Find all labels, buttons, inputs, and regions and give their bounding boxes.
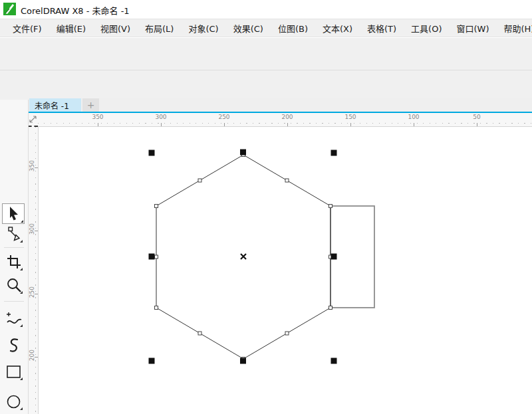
- flyout-indicator: [21, 220, 23, 223]
- menu-item[interactable]: 表格(T): [360, 19, 404, 37]
- menu-item[interactable]: 视图(V): [93, 19, 138, 37]
- ruler-label: 100: [405, 114, 422, 120]
- ruler-label: 200: [29, 350, 35, 361]
- ruler-horizontal[interactable]: 35030025020015010050: [38, 113, 532, 127]
- flyout-indicator: [20, 407, 23, 410]
- canvas-svg: [39, 127, 532, 414]
- toolbox-separator: [4, 247, 24, 248]
- page-edge-marker: [28, 126, 38, 127]
- menu-item[interactable]: 文本(X): [315, 19, 360, 37]
- zoom-tool[interactable]: [5, 277, 23, 294]
- ruler-major-tick: [350, 123, 351, 126]
- ruler-major-tick: [224, 123, 225, 126]
- ruler-major-tick: [98, 123, 98, 126]
- document-tab[interactable]: 未命名 -1: [29, 98, 81, 112]
- coreldraw-logo-icon: [3, 3, 16, 15]
- menu-bar: 文件(F)编辑(E)视图(V)布局(L)对象(C)效果(C)位图(B)文本(X)…: [0, 19, 532, 37]
- toolbox-separator: [4, 301, 24, 302]
- flyout-indicator: [20, 377, 23, 380]
- menu-item[interactable]: 文件(F): [5, 19, 49, 37]
- pick-tool-selected[interactable]: [2, 203, 25, 224]
- ellipse-tool[interactable]: [5, 393, 23, 411]
- ruler-label: 350: [89, 114, 106, 120]
- ruler-label: 150: [342, 114, 359, 120]
- flyout-indicator: [20, 324, 23, 327]
- ruler-label: 350: [29, 160, 35, 171]
- ruler-origin-button[interactable]: [28, 113, 38, 126]
- ruler-major-tick: [35, 231, 38, 231]
- drawing-canvas[interactable]: [39, 127, 532, 414]
- ruler-label: 250: [29, 286, 35, 298]
- ruler-major-tick: [287, 123, 288, 126]
- rectangle-tool[interactable]: [5, 363, 23, 381]
- ruler-major-tick: [414, 123, 414, 126]
- menu-item[interactable]: 布局(L): [138, 19, 181, 37]
- ruler-label: 50: [468, 114, 485, 120]
- ruler-vertical[interactable]: 350300250200: [28, 127, 39, 414]
- flyout-indicator: [20, 240, 23, 243]
- ruler-label: 300: [29, 223, 35, 235]
- menu-item[interactable]: 编辑(E): [49, 19, 93, 37]
- window-title: CorelDRAW X8 - 未命名 -1: [21, 4, 130, 17]
- new-tab-plus-icon: +: [87, 100, 95, 110]
- pick-tool-icon: [7, 206, 21, 221]
- ruler-origin-icon: [29, 115, 37, 124]
- menu-item[interactable]: 窗口(W): [450, 19, 497, 37]
- shape-tool[interactable]: [5, 226, 23, 243]
- selection-center-mark[interactable]: [241, 254, 246, 259]
- document-tab-bar: 未命名 -1 +: [28, 98, 532, 113]
- ruler-major-tick: [35, 357, 38, 358]
- menu-item[interactable]: 位图(B): [271, 19, 315, 37]
- artistic-media-tool-icon: [5, 337, 23, 354]
- flyout-indicator: [20, 268, 23, 270]
- toolbox: 字: [0, 100, 29, 414]
- ruler-label: 200: [279, 114, 296, 120]
- rectangle-shape[interactable]: [331, 206, 374, 308]
- menu-item[interactable]: 效果(C): [226, 19, 271, 37]
- new-document-tab-button[interactable]: +: [82, 98, 99, 112]
- ruler-major-tick: [35, 167, 38, 168]
- ruler-major-tick: [477, 123, 477, 126]
- ruler-major-tick: [35, 294, 38, 294]
- flyout-indicator: [20, 291, 23, 294]
- artistic-media-tool[interactable]: [5, 337, 23, 354]
- menu-item[interactable]: 帮助(H): [497, 19, 532, 37]
- property-bar: X: Y: % %: [0, 70, 532, 100]
- menu-item[interactable]: 工具(O): [404, 19, 449, 37]
- ruler-label: 250: [215, 114, 233, 120]
- ruler-label: 300: [152, 114, 170, 120]
- freehand-tool[interactable]: [5, 310, 23, 328]
- menu-item[interactable]: 对象(C): [181, 19, 225, 37]
- ruler-major-tick: [161, 123, 162, 126]
- title-bar: CorelDRAW X8 - 未命名 -1: [0, 0, 532, 19]
- crop-tool[interactable]: [5, 254, 23, 271]
- standard-toolbar: PDF 50%: [0, 38, 532, 70]
- document-tab-label: 未命名 -1: [35, 100, 69, 111]
